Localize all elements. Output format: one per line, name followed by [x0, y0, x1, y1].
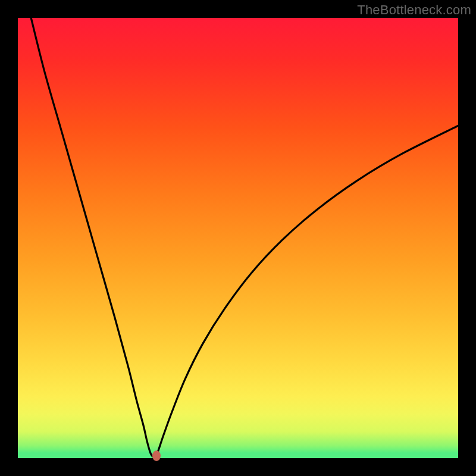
- bottleneck-curve: [31, 18, 458, 456]
- minimum-marker: [152, 450, 161, 461]
- plot-area: [18, 18, 458, 458]
- attribution-text: TheBottleneck.com: [357, 2, 471, 18]
- chart-frame: TheBottleneck.com: [0, 0, 476, 476]
- curve-svg: [18, 18, 458, 458]
